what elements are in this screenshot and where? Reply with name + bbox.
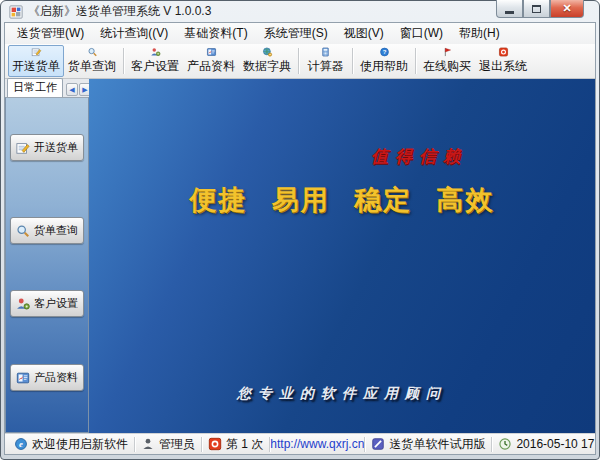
toolbar-buy-online[interactable]: 在线购买: [419, 45, 475, 77]
toolbar-calculator[interactable]: 计算器: [302, 45, 349, 77]
status-user: 管理员: [135, 436, 201, 453]
product-book-icon: [204, 47, 219, 57]
toolbar-button-label: 客户设置: [131, 58, 179, 75]
edit-note-icon: [29, 47, 44, 57]
status-bar: e 欢迎使用启新软件 管理员 第 1 次 http: [5, 433, 595, 454]
data-dictionary-globe-icon: [260, 47, 275, 57]
website-link[interactable]: http://www.qxrj.cn: [270, 437, 364, 451]
search-icon: [16, 224, 30, 238]
sidebar-panel: 开送货单 货单查询: [5, 97, 89, 433]
sidebar-button-label: 货单查询: [34, 223, 78, 238]
main-panel: 值得信赖 便捷 易用 稳定 高效 您专业的软件应用顾问: [89, 79, 595, 433]
content-area: 日常工作 ◀ ▶ 开送货单: [5, 79, 595, 433]
status-datetime-text: 2016-05-10 17:02:36: [516, 437, 596, 451]
tab-scroll-arrows: ◀ ▶: [66, 83, 91, 96]
sidebar-product-data-button[interactable]: 产品资料: [10, 364, 84, 391]
sidebar-button-label: 客户设置: [34, 296, 78, 311]
menu-system[interactable]: 系统管理(S): [256, 23, 336, 44]
toolbar-button-label: 使用帮助: [360, 58, 408, 75]
toolbar-product-data[interactable]: 产品资料: [183, 45, 239, 77]
toolbar-data-dictionary[interactable]: 数据字典: [239, 45, 295, 77]
user-icon: [141, 437, 155, 451]
toolbar-button-label: 开送货单: [12, 58, 60, 75]
close-icon: ✕: [562, 3, 571, 14]
login-count-icon: [208, 437, 222, 451]
toolbar-button-label: 退出系统: [479, 58, 527, 75]
browser-globe-icon: e: [14, 437, 28, 451]
toolbar-exit[interactable]: 退出系统: [475, 45, 531, 77]
calculator-icon: [318, 47, 333, 57]
menu-statistics[interactable]: 统计查询((V): [92, 23, 176, 44]
status-login-count-text: 第 1 次: [226, 436, 263, 453]
help-icon: ?: [377, 47, 392, 57]
customer-settings-icon: [148, 47, 163, 57]
sidebar-new-delivery-note-button[interactable]: 开送货单: [10, 134, 84, 161]
title-bar[interactable]: 《启新》送货单管理系统 V 1.0.0.3 ✕: [4, 1, 596, 22]
toolbar-button-label: 货单查询: [68, 58, 116, 75]
trust-badge-text: 值得信赖: [371, 145, 467, 168]
status-welcome-text: 欢迎使用启新软件: [32, 436, 128, 453]
search-icon: [85, 47, 100, 57]
tab-scroll-left-icon[interactable]: ◀: [66, 83, 78, 96]
toolbar-customer-settings[interactable]: 客户设置: [127, 45, 183, 77]
svg-text:?: ?: [382, 49, 386, 55]
menu-window[interactable]: 窗口(W): [392, 23, 451, 44]
customer-settings-icon: [16, 297, 30, 311]
close-button[interactable]: ✕: [550, 0, 584, 18]
sidebar: 日常工作 ◀ ▶ 开送货单: [5, 79, 89, 433]
menu-view[interactable]: 视图(V): [336, 23, 392, 44]
menu-help[interactable]: 帮助(H): [451, 23, 508, 44]
sidebar-button-label: 开送货单: [34, 140, 78, 155]
status-login-count: 第 1 次: [202, 436, 269, 453]
sidebar-note-search-button[interactable]: 货单查询: [10, 217, 84, 244]
minimize-icon: [505, 11, 514, 14]
client-area: 送货管理(W) 统计查询((V) 基础资料(T) 系统管理(S) 视图(V) 窗…: [4, 22, 596, 455]
menu-delivery[interactable]: 送货管理(W): [9, 23, 92, 44]
toolbar-new-delivery-note[interactable]: 开送货单: [8, 45, 64, 77]
svg-text:e: e: [19, 439, 23, 449]
status-edition-text: 送货单软件试用版: [389, 436, 485, 453]
toolbar-help[interactable]: ? 使用帮助: [356, 45, 412, 77]
status-welcome: e 欢迎使用启新软件: [8, 436, 134, 453]
sidebar-button-label: 产品资料: [34, 370, 78, 385]
clock-icon: [498, 437, 512, 451]
status-datetime: 2016-05-10 17:02:36: [492, 437, 596, 451]
status-user-text: 管理员: [159, 436, 195, 453]
app-window: 《启新》送货单管理系统 V 1.0.0.3 ✕ 送货管理(W) 统计查询((V)…: [0, 0, 600, 460]
toolbar-button-label: 计算器: [308, 58, 344, 75]
product-book-icon: [16, 371, 30, 385]
toolbar-separator: [123, 48, 124, 74]
headline-slogan: 便捷 易用 稳定 高效: [89, 182, 595, 218]
maximize-button[interactable]: [523, 0, 550, 18]
toolbar-separator: [415, 48, 416, 74]
edit-note-icon: [16, 141, 30, 155]
app-icon: [9, 5, 23, 19]
toolbar-button-label: 数据字典: [243, 58, 291, 75]
buy-flag-icon: [440, 47, 455, 57]
toolbar-note-search[interactable]: 货单查询: [64, 45, 120, 77]
toolbar-separator: [298, 48, 299, 74]
toolbar-separator: [352, 48, 353, 74]
maximize-icon: [532, 5, 541, 13]
minimize-button[interactable]: [496, 0, 523, 18]
sidebar-tab-strip: 日常工作 ◀ ▶: [5, 79, 89, 97]
footer-slogan: 您专业的软件应用顾问: [89, 385, 595, 403]
status-edition: 送货单软件试用版: [365, 436, 491, 453]
menu-base-data[interactable]: 基础资料(T): [176, 23, 255, 44]
sidebar-customer-settings-button[interactable]: 客户设置: [10, 290, 84, 317]
toolbar-button-label: 在线购买: [423, 58, 471, 75]
toolbar-button-label: 产品资料: [187, 58, 235, 75]
edition-badge-icon: [371, 437, 385, 451]
tab-daily-work[interactable]: 日常工作: [7, 78, 63, 97]
window-title: 《启新》送货单管理系统 V 1.0.0.3: [28, 3, 211, 20]
exit-power-icon: [496, 47, 511, 57]
toolbar: 开送货单 货单查询 客户设置: [5, 44, 595, 79]
menu-bar: 送货管理(W) 统计查询((V) 基础资料(T) 系统管理(S) 视图(V) 窗…: [5, 23, 595, 44]
window-controls: ✕: [496, 0, 584, 18]
